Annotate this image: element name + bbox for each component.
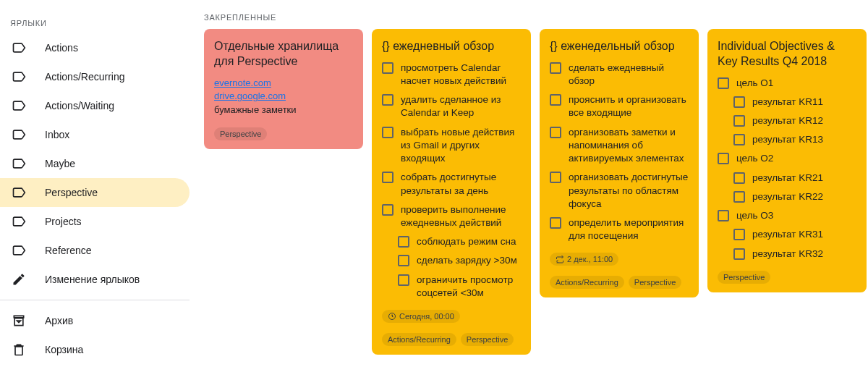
checkbox[interactable] bbox=[550, 217, 561, 229]
sidebar-item-actions-recurring[interactable]: Actions/Recurring bbox=[0, 62, 190, 91]
label-icon bbox=[10, 126, 27, 143]
note-body: evernote.com drive.google.com бумажные з… bbox=[214, 77, 353, 118]
checkbox[interactable] bbox=[382, 204, 393, 216]
sidebar-section-label: ЯРЛЫКИ bbox=[0, 13, 190, 33]
label-chip[interactable]: Perspective bbox=[718, 271, 770, 284]
sidebar-item-label: Actions/Waiting bbox=[45, 100, 114, 111]
trash-icon bbox=[10, 341, 27, 358]
checkbox[interactable] bbox=[550, 127, 561, 138]
checkbox[interactable] bbox=[398, 274, 409, 286]
note-text-line: бумажные заметки bbox=[214, 104, 297, 115]
pencil-icon bbox=[10, 271, 27, 288]
checkbox[interactable] bbox=[718, 153, 729, 164]
sidebar-item-actions[interactable]: Actions bbox=[0, 33, 190, 62]
checklist-item: просмотреть Calendar насчет новых действ… bbox=[401, 62, 521, 88]
sidebar-item-label: Projects bbox=[45, 216, 82, 227]
label-chip[interactable]: Perspective bbox=[461, 333, 514, 346]
checkbox[interactable] bbox=[733, 96, 745, 108]
sidebar-item-label: Actions bbox=[45, 42, 78, 54]
sidebar-item-edit-labels[interactable]: Изменение ярлыков bbox=[0, 265, 190, 294]
note-card[interactable]: {} ежедневный обзор просмотреть Calendar… bbox=[372, 29, 531, 355]
label-icon bbox=[10, 97, 27, 114]
sidebar-divider bbox=[0, 300, 190, 300]
note-card[interactable]: Individual Objectives & Key Results Q4 2… bbox=[707, 29, 867, 292]
checklist-subitem: ограничить просмотр соцсетей <30м bbox=[417, 274, 521, 300]
checkbox[interactable] bbox=[382, 62, 393, 74]
sidebar-item-label: Inbox bbox=[45, 129, 69, 140]
checkbox[interactable] bbox=[733, 115, 745, 127]
label-icon bbox=[10, 68, 27, 85]
note-title: Individual Objectives & Key Results Q4 2… bbox=[718, 39, 856, 69]
checkbox[interactable] bbox=[550, 172, 561, 183]
sidebar-item-perspective[interactable]: Perspective bbox=[0, 178, 190, 207]
sidebar-item-label: Изменение ярлыков bbox=[45, 274, 140, 285]
sidebar-item-label: Perspective bbox=[45, 187, 98, 198]
reminder-chip[interactable]: 2 дек., 11:00 bbox=[550, 253, 618, 266]
checklist-subitem: сделать зарядку >30м bbox=[417, 254, 517, 267]
note-card[interactable]: {} еженедельный обзор сделать ежедневный… bbox=[540, 29, 699, 297]
sidebar-item-reference[interactable]: Reference bbox=[0, 236, 190, 265]
checkbox[interactable] bbox=[550, 62, 561, 74]
checkbox[interactable] bbox=[398, 236, 409, 248]
checkbox[interactable] bbox=[382, 172, 393, 183]
checklist-subitem: результат KR31 bbox=[752, 228, 823, 241]
sidebar-item-label: Архив bbox=[45, 315, 73, 326]
note-link[interactable]: drive.google.com bbox=[214, 90, 353, 104]
note-link[interactable]: evernote.com bbox=[214, 77, 353, 90]
checkbox[interactable] bbox=[718, 77, 729, 89]
reminder-text: Сегодня, 00:00 bbox=[399, 312, 454, 321]
clock-icon bbox=[388, 312, 396, 321]
checkbox[interactable] bbox=[718, 210, 729, 221]
sidebar-item-projects[interactable]: Projects bbox=[0, 207, 190, 236]
checklist-item: выбрать новые действия из Gmail и других… bbox=[401, 126, 521, 166]
checklist-item: удалить сделанное из Calendar и Keep bbox=[401, 93, 521, 119]
sidebar-item-label: Reference bbox=[45, 245, 92, 256]
checkbox[interactable] bbox=[733, 191, 745, 203]
label-chip[interactable]: Perspective bbox=[629, 276, 681, 289]
checkbox[interactable] bbox=[382, 94, 393, 106]
checkbox[interactable] bbox=[550, 94, 561, 106]
label-icon bbox=[10, 155, 27, 172]
label-chip[interactable]: Actions/Recurring bbox=[382, 333, 456, 346]
checklist-item: проверить выполнение ежедневных действий bbox=[401, 203, 521, 229]
label-icon bbox=[10, 242, 27, 259]
note-title: {} еженедельный обзор bbox=[550, 39, 689, 54]
label-chip[interactable]: Actions/Recurring bbox=[550, 276, 624, 289]
sidebar-item-archive[interactable]: Архив bbox=[0, 306, 190, 335]
sidebar-item-trash[interactable]: Корзина bbox=[0, 335, 190, 364]
pinned-heading: ЗАКРЕПЛЕННЫЕ bbox=[204, 13, 868, 22]
checkbox[interactable] bbox=[733, 134, 745, 145]
sidebar-item-inbox[interactable]: Inbox bbox=[0, 120, 190, 149]
checkbox[interactable] bbox=[382, 127, 393, 138]
checklist-subitem: результат KR13 bbox=[752, 133, 823, 146]
label-icon bbox=[10, 184, 27, 201]
sidebar-item-maybe[interactable]: Maybe bbox=[0, 149, 190, 178]
checkbox[interactable] bbox=[733, 229, 745, 240]
note-title: Отдельные хранилища для Perspective bbox=[214, 39, 353, 69]
checkbox[interactable] bbox=[733, 248, 745, 260]
checklist-item: цель O2 bbox=[736, 152, 773, 165]
note-title: {} ежедневный обзор bbox=[382, 39, 521, 54]
sidebar-item-label: Maybe bbox=[45, 158, 75, 169]
label-chip[interactable]: Perspective bbox=[214, 127, 267, 140]
checklist-subitem: результат KR22 bbox=[752, 190, 823, 203]
sidebar-item-actions-waiting[interactable]: Actions/Waiting bbox=[0, 91, 190, 120]
label-icon bbox=[10, 213, 27, 230]
checklist-item: организовать достигнутые результаты по о… bbox=[569, 171, 689, 211]
label-icon bbox=[10, 39, 27, 56]
checkbox[interactable] bbox=[398, 255, 409, 266]
main-content: ЗАКРЕПЛЕННЫЕ Отдельные хранилища для Per… bbox=[190, 0, 868, 380]
checkbox[interactable] bbox=[733, 172, 745, 184]
reminder-chip[interactable]: Сегодня, 00:00 bbox=[382, 310, 460, 323]
sidebar: ЯРЛЫКИ Actions Actions/Recurring Actions… bbox=[0, 0, 190, 380]
checklist-item: организовать заметки и напоминания об ак… bbox=[569, 126, 689, 166]
repeat-icon bbox=[556, 255, 564, 263]
sidebar-item-label: Actions/Recurring bbox=[45, 71, 125, 83]
checklist-subitem: результат KR32 bbox=[752, 248, 823, 261]
note-card[interactable]: Отдельные хранилища для Perspective ever… bbox=[204, 29, 363, 149]
checklist-item: цель O1 bbox=[736, 77, 773, 90]
notes-row: Отдельные хранилища для Perspective ever… bbox=[204, 29, 868, 355]
checklist-item: определить мероприятия для посещения bbox=[569, 216, 689, 242]
checklist-subitem: результат KR12 bbox=[752, 114, 823, 127]
checklist-item: прояснить и организовать все входящие bbox=[569, 93, 689, 119]
